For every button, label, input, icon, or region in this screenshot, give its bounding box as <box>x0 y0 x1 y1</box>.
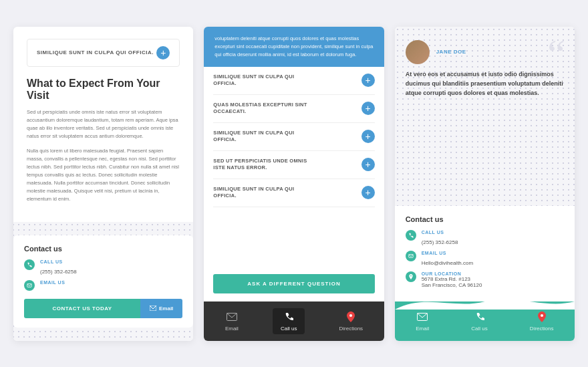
email-button-label: Email <box>159 305 173 312</box>
panel3-tab-call[interactable]: Call us <box>463 308 495 334</box>
panel1-heading: What to Expect From Your Visit <box>27 78 180 102</box>
panel1-contact-section: Contact us CALL US (255) 352-6258 <box>13 235 193 328</box>
panel2-tab-call-label: Call us <box>281 326 297 332</box>
accordion-expand-4[interactable] <box>361 158 375 171</box>
panel2-tab-call[interactable]: Call us <box>273 308 305 334</box>
panel3-email-label: EMAIL US <box>422 251 474 255</box>
wave-overlay <box>395 293 575 310</box>
panel3-contact-title: Contact us <box>406 215 564 223</box>
avatar <box>406 40 430 64</box>
panel3-email-icon <box>406 251 416 261</box>
panel3-tab-directions-label: Directions <box>530 326 554 332</box>
accordion-text-4: SED UT PERSPICIATIS UNDE OMNISISTE NATUS… <box>213 158 361 172</box>
panel3-phone-icon <box>406 230 416 241</box>
accordion-expand-2[interactable] <box>361 102 375 115</box>
accordion-item-3[interactable]: SIMILIQUE SUNT IN CULPA QUIOFFICIA. <box>213 123 374 151</box>
panel3-tab-email-label: Email <box>416 326 429 332</box>
svg-point-5 <box>410 275 412 276</box>
accordion-item-2[interactable]: QUAS MOLESTIAS EXCEPTURI SINTOCCAECATI. <box>213 95 374 123</box>
panel3-contact-section: Contact us CALL US (255) 352-6258 <box>395 206 575 301</box>
panel2-tab-directions[interactable]: Directions <box>331 308 372 334</box>
ask-question-button[interactable]: ASK A DIFFERENT QUESTION <box>213 274 374 293</box>
pin-icon <box>345 311 357 323</box>
main-container: SIMILIQUE SUNT IN CULPA QUI OFFICIA. Wha… <box>13 27 575 341</box>
panel3-location-label: OUR LOCATION <box>422 271 482 276</box>
panel3-tab-directions[interactable]: Directions <box>522 308 562 334</box>
accordion-expand-1[interactable] <box>361 74 375 87</box>
panel2-tab-email[interactable]: Email <box>217 308 247 334</box>
testimonial-row: JANE DOE <box>406 40 564 64</box>
panel1-top-bar: SIMILIQUE SUNT IN CULPA QUI OFFICIA. <box>27 39 180 67</box>
contact-today-button[interactable]: Contact us today <box>24 299 140 318</box>
svg-point-3 <box>349 314 352 317</box>
accordion-text-3: SIMILIQUE SUNT IN CULPA QUIOFFICIA. <box>213 130 361 144</box>
panel3-location-item: OUR LOCATION 5678 Extra Rd. #123 San Fra… <box>406 271 564 288</box>
panel3-bottom-bar: Email Call us <box>395 301 575 341</box>
panel3-envelope-icon <box>416 311 428 323</box>
panel3-call-label: CALL US <box>422 230 458 235</box>
panel1-email-item: EMAIL US <box>24 280 182 291</box>
phone-icon-tab <box>283 311 295 323</box>
accordion-text-2: QUAS MOLESTIAS EXCEPTURI SINTOCCAECATI. <box>213 102 361 116</box>
panel2-tab-directions-label: Directions <box>339 326 363 332</box>
panel1-body-text-1: Sed ut perspiciatis unde omnis iste natu… <box>27 108 180 140</box>
panel3-body: “ JANE DOE At vero eos et accusamus et i… <box>395 27 575 341</box>
panel1-call-value: (255) 352-6258 <box>40 269 77 275</box>
testimonial-name: JANE DOE <box>436 49 466 55</box>
panel1-contact-title: Contact us <box>24 245 182 253</box>
panel1-body-text-2: Nulla quis lorem ut libero malesuada feu… <box>27 147 180 203</box>
email-button[interactable]: Email <box>140 299 182 318</box>
panel3-quote-section: “ JANE DOE At vero eos et accusamus et i… <box>395 27 575 206</box>
panel1-contact-bg: Contact us CALL US (255) 352-6258 <box>13 222 193 341</box>
panel1-call-item: CALL US (255) 352-6258 <box>24 259 182 276</box>
panel1-expand-button[interactable] <box>156 46 170 59</box>
accordion-item-1[interactable]: SIMILIQUE SUNT IN CULPA QUIOFFICIA. <box>213 67 374 95</box>
svg-point-7 <box>541 314 543 317</box>
panel-2: voluptatem deleniti atque corrupti quos … <box>204 27 384 341</box>
accordion-text-1: SIMILIQUE SUNT IN CULPA QUIOFFICIA. <box>213 74 361 88</box>
panel-1: SIMILIQUE SUNT IN CULPA QUI OFFICIA. Wha… <box>13 27 193 341</box>
panel3-location-line2: San Francisco, CA 96120 <box>422 282 482 288</box>
panel2-bottom-bar: Email Call us Directions <box>204 301 384 341</box>
panel3-location-line1: 5678 Extra Rd. #123 <box>422 276 482 282</box>
panel1-call-label: CALL US <box>40 259 77 264</box>
panel2-accordion-list: SIMILIQUE SUNT IN CULPA QUIOFFICIA. QUAS… <box>204 67 384 266</box>
panel2-body: voluptatem deleniti atque corrupti quos … <box>204 27 384 301</box>
panel3-phone-icon-tab <box>474 311 486 323</box>
panel3-tab-call-label: Call us <box>471 326 487 332</box>
panel2-blue-card: voluptatem deleniti atque corrupti quos … <box>204 27 384 67</box>
panel1-body: SIMILIQUE SUNT IN CULPA QUI OFFICIA. Wha… <box>13 27 193 222</box>
envelope-icon <box>226 311 238 323</box>
avatar-image <box>406 40 430 64</box>
panel3-call-item: CALL US (255) 352-6258 <box>406 230 564 247</box>
panel1-top-bar-text: SIMILIQUE SUNT IN CULPA QUI OFFICIA. <box>37 49 154 56</box>
quote-mark-icon: “ <box>547 33 565 74</box>
panel2-blue-text: voluptatem deleniti atque corrupti quos … <box>214 35 373 59</box>
accordion-text-5: SIMILIQUE SUNT IN CULPA QUIOFFICIA. <box>213 186 361 200</box>
accordion-expand-3[interactable] <box>361 130 375 143</box>
phone-icon <box>24 259 35 270</box>
panel3-email-item: EMAIL US Hello@divihealth.com <box>406 251 564 267</box>
accordion-expand-5[interactable] <box>361 186 375 199</box>
panel1-email-label: EMAIL US <box>40 280 65 285</box>
panel1-buttons: Contact us today Email <box>24 299 182 318</box>
accordion-item-5[interactable]: SIMILIQUE SUNT IN CULPA QUIOFFICIA. <box>213 179 374 207</box>
panel3-call-value: (255) 352-6258 <box>422 239 458 245</box>
testimonial-text: At vero eos et accusamus et iusto odio d… <box>406 70 564 98</box>
panel2-tab-email-label: Email <box>225 326 239 332</box>
accordion-item-4[interactable]: SED UT PERSPICIATIS UNDE OMNISISTE NATUS… <box>213 151 374 179</box>
panel3-pin-icon <box>536 311 548 323</box>
panel3-tab-email[interactable]: Email <box>408 308 437 334</box>
panel3-email-value: Hello@divihealth.com <box>422 260 474 266</box>
panel3-location-icon <box>406 271 416 282</box>
email-icon <box>24 280 35 291</box>
panel-3: “ JANE DOE At vero eos et accusamus et i… <box>395 27 575 341</box>
